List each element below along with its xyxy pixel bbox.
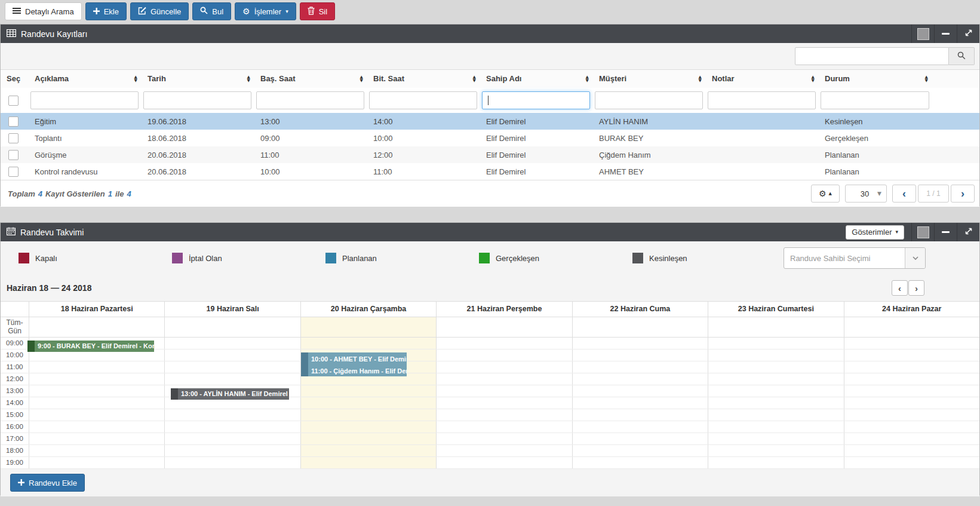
filter-input-aciklama[interactable] (30, 91, 139, 109)
all-day-cell[interactable] (844, 317, 979, 337)
time-slot[interactable] (164, 361, 300, 373)
all-day-cell[interactable] (164, 317, 300, 337)
time-slot[interactable] (29, 409, 164, 421)
time-slot[interactable] (29, 457, 164, 468)
time-slot[interactable] (572, 338, 708, 349)
all-day-cell[interactable] (29, 317, 164, 337)
all-day-cell[interactable] (708, 317, 843, 337)
time-slot[interactable] (708, 409, 843, 421)
time-slot[interactable] (164, 457, 300, 468)
calendar-event[interactable]: 11:00 - Çiğdem Hanım - Elif Demirel - K (301, 366, 407, 376)
time-slot[interactable] (29, 445, 164, 456)
column-header-bit-saat[interactable]: Bit. Saat▲▼ (367, 70, 480, 88)
prev-page-button[interactable]: ‹ (892, 185, 916, 203)
column-header-sahip-adi[interactable]: Sahip Adı▲▼ (480, 70, 593, 88)
time-slot[interactable] (164, 433, 300, 444)
table-row[interactable]: Görüşme 20.06.2018 11:00 12:00 Elif Demi… (1, 146, 979, 163)
time-slot[interactable] (844, 338, 979, 349)
time-slot[interactable] (844, 457, 979, 468)
time-slot[interactable] (29, 373, 164, 385)
filter-input-notlar[interactable] (708, 91, 816, 109)
time-slot[interactable] (844, 373, 979, 385)
all-day-cell[interactable] (436, 317, 572, 337)
table-search-button[interactable] (949, 47, 975, 65)
sort-icon[interactable]: ▲▼ (812, 76, 815, 82)
time-slot-today[interactable] (300, 421, 436, 433)
time-slot[interactable] (572, 373, 708, 385)
column-header-durum[interactable]: Durum▲▼ (819, 70, 932, 88)
time-slot[interactable] (708, 338, 843, 349)
time-slot[interactable] (572, 433, 708, 444)
maximize-button[interactable] (957, 223, 979, 241)
time-slot[interactable] (436, 421, 572, 433)
detailed-search-button[interactable]: Detaylı Arama (5, 2, 82, 20)
time-slot[interactable] (844, 445, 979, 456)
time-slot[interactable] (164, 338, 300, 349)
time-slot[interactable] (436, 457, 572, 468)
column-header-musteri[interactable]: Müşteri▲▼ (593, 70, 706, 88)
time-slot[interactable] (436, 433, 572, 444)
filter-input-bit-saat[interactable] (369, 91, 477, 109)
select-all-checkbox[interactable] (8, 96, 19, 106)
time-slot[interactable] (844, 433, 979, 444)
time-slot[interactable] (164, 421, 300, 433)
time-slot[interactable] (29, 421, 164, 433)
collapse-button[interactable] (934, 24, 957, 43)
column-header-bas-saat[interactable]: Baş. Saat▲▼ (254, 70, 367, 88)
filter-input-sahip-adi[interactable] (482, 91, 590, 109)
time-slot[interactable] (29, 361, 164, 373)
column-header-aciklama[interactable]: Açıklama▲▼ (29, 70, 142, 88)
time-slot[interactable] (708, 457, 843, 468)
calendar-event[interactable]: 9:00 - BURAK BEY - Elif Demirel - Konu: … (27, 341, 154, 352)
time-slot[interactable] (436, 385, 572, 397)
time-slot[interactable] (708, 433, 843, 444)
all-day-cell[interactable] (572, 317, 708, 337)
collapse-button[interactable] (934, 223, 957, 241)
sort-icon[interactable]: ▲▼ (586, 76, 589, 82)
time-slot[interactable] (572, 361, 708, 373)
update-button[interactable]: Güncelle (130, 2, 189, 20)
time-slot[interactable] (436, 361, 572, 373)
row-checkbox[interactable] (8, 133, 19, 143)
add-appointment-button[interactable]: Randevu Ekle (10, 474, 85, 492)
time-slot[interactable] (164, 349, 300, 361)
time-slot[interactable] (708, 421, 843, 433)
time-slot[interactable] (844, 397, 979, 409)
sort-icon[interactable]: ▲▼ (247, 76, 250, 82)
time-slot[interactable] (708, 349, 843, 361)
table-settings-button[interactable]: ⚙ ▲ (811, 185, 840, 203)
operations-button[interactable]: ⚙ İşlemler ▾ (235, 2, 296, 20)
column-header-notlar[interactable]: Notlar▲▼ (706, 70, 819, 88)
time-slot[interactable] (29, 385, 164, 397)
sort-icon[interactable]: ▲▼ (699, 76, 702, 82)
add-button[interactable]: Ekle (85, 2, 127, 20)
time-slot[interactable] (29, 397, 164, 409)
time-slot[interactable] (436, 409, 572, 421)
time-slot[interactable] (708, 397, 843, 409)
time-slot[interactable] (436, 338, 572, 349)
find-button[interactable]: Bul (192, 2, 231, 20)
time-slot[interactable] (572, 457, 708, 468)
time-slot[interactable] (164, 409, 300, 421)
next-page-button[interactable]: › (951, 185, 975, 203)
time-slot[interactable] (436, 349, 572, 361)
time-slot-today[interactable] (300, 338, 436, 349)
panel-style-button[interactable] (911, 24, 934, 43)
delete-button[interactable]: Sil (300, 2, 335, 20)
maximize-button[interactable] (957, 24, 979, 43)
time-slot[interactable] (572, 397, 708, 409)
time-slot[interactable] (572, 349, 708, 361)
row-checkbox[interactable] (8, 167, 19, 177)
owner-select[interactable]: Randuve Sahibi Seçimi (784, 247, 926, 269)
page-size-select[interactable]: 30 ▼ (845, 185, 887, 203)
time-slot[interactable] (844, 385, 979, 397)
table-row[interactable]: Toplantı 18.06.2018 09:00 10:00 Elif Dem… (1, 130, 979, 146)
time-slot[interactable] (572, 385, 708, 397)
row-checkbox[interactable] (8, 116, 19, 127)
time-slot[interactable] (708, 385, 843, 397)
filter-input-tarih[interactable] (143, 91, 251, 109)
time-slot[interactable] (844, 409, 979, 421)
time-slot[interactable] (844, 349, 979, 361)
table-row[interactable]: Kontrol randevusu 20.06.2018 10:00 11:00… (1, 163, 979, 180)
sort-icon[interactable]: ▲▼ (134, 76, 137, 82)
